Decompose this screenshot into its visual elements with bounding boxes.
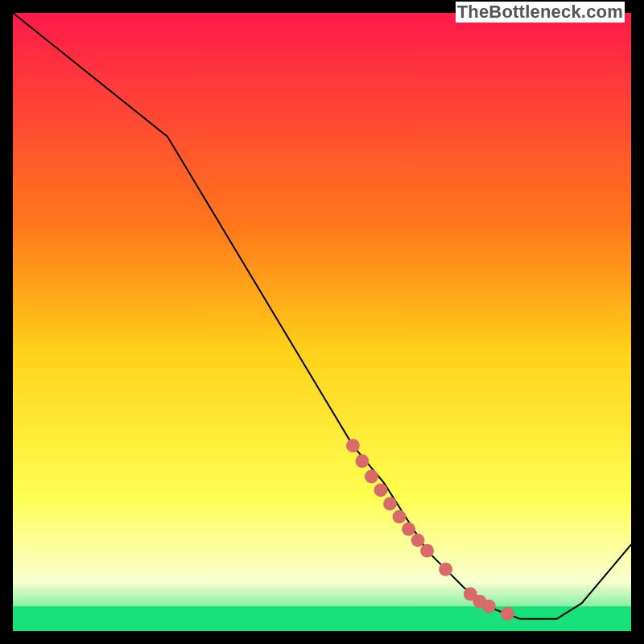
marker-dot — [420, 544, 434, 558]
marker-dot — [501, 607, 514, 621]
watermark-text: TheBottleneck.com — [456, 2, 625, 23]
marker-dot — [439, 563, 452, 576]
chart-frame: TheBottleneck.com — [0, 0, 644, 644]
marker-dot — [346, 439, 360, 452]
marker-dot — [374, 483, 388, 497]
marker-dot — [393, 510, 407, 523]
gradient-background — [13, 13, 631, 631]
marker-dot — [482, 600, 496, 613]
marker-dot — [365, 470, 378, 484]
chart-svg — [13, 13, 631, 631]
marker-dot — [402, 522, 415, 536]
marker-dot — [383, 497, 397, 510]
marker-dot — [355, 454, 369, 468]
marker-dot — [411, 534, 425, 547]
